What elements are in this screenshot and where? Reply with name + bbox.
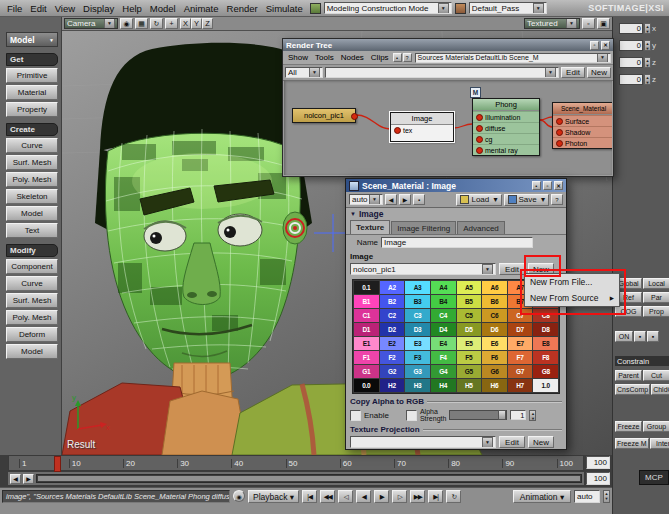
axis-toggle-button[interactable]: X <box>180 18 191 29</box>
spinner-icon[interactable] <box>644 74 651 85</box>
constrain-button[interactable]: ChldComp <box>651 384 669 395</box>
auto-key-field[interactable]: auto <box>574 490 600 503</box>
transform-option-button[interactable]: Prop <box>643 306 669 317</box>
pin-icon[interactable]: ▪ <box>532 181 541 190</box>
spinner-icon[interactable] <box>644 57 651 68</box>
playback-options-icon[interactable]: ◉ <box>233 490 245 502</box>
render-tree-menu[interactable]: Show <box>285 53 311 62</box>
axis-toggle-button[interactable]: Y <box>191 18 202 29</box>
render-tree-menu[interactable]: Nodes <box>338 53 367 62</box>
prev-keyframe-button[interactable]: ◀◀ <box>320 490 335 503</box>
tab-image-filtering[interactable]: Image Filtering <box>391 221 456 234</box>
display-mode-select[interactable]: Textured <box>524 18 580 29</box>
new-button[interactable]: New <box>587 67 611 78</box>
panel-button[interactable]: Curve <box>6 276 58 291</box>
maximize-viewport-icon[interactable]: ▣ <box>597 18 610 29</box>
timeline-ruler[interactable]: 1102030405060708090100 <box>8 455 584 471</box>
node-phong[interactable]: Phong Illuminationdiffusecgmental ray <box>472 98 540 156</box>
animation-menu-button[interactable]: Animation ▾ <box>513 490 571 503</box>
enable-checkbox[interactable] <box>350 410 361 421</box>
panel-button[interactable]: Poly. Mesh <box>6 172 58 187</box>
edit-button[interactable]: Freeze M <box>615 438 649 449</box>
render-tree-path-select[interactable]: Sources Materials DefaultLib Scene_M <box>415 53 611 63</box>
menu-item-new-from-file[interactable]: New From File... <box>525 274 619 290</box>
minimize-icon[interactable]: ▫ <box>543 181 552 190</box>
node-nolcon-pic1[interactable]: nolcon_pic1 <box>292 108 356 123</box>
panel-button[interactable]: Poly. Mesh <box>6 310 58 325</box>
viewport-camera-select[interactable]: Camera <box>64 18 118 29</box>
render-tree-titlebar[interactable]: Render Tree ▫ ✕ <box>283 39 613 51</box>
alpha-strength-input[interactable]: 1 <box>510 410 526 420</box>
go-last-frame-button[interactable]: ▶| <box>428 490 443 503</box>
panel-button[interactable]: Primitive <box>6 68 58 83</box>
spinner-icon[interactable] <box>603 490 610 503</box>
snap-option-button[interactable]: ▪ <box>647 331 659 342</box>
texture-projection-select[interactable] <box>350 436 496 448</box>
menu-item-new-from-source[interactable]: New From Source <box>525 290 619 306</box>
timeline-playhead[interactable] <box>54 456 61 472</box>
back-icon[interactable]: ◀ <box>385 194 397 205</box>
render-tree-shader-select[interactable] <box>325 67 559 78</box>
mcp-switch-button[interactable]: MCP <box>639 470 669 485</box>
panel-button[interactable]: Curve <box>6 138 58 153</box>
edit-button[interactable]: Edit <box>561 67 585 78</box>
edit-button[interactable]: Freeze <box>615 421 642 432</box>
transform-value-input[interactable]: 0 <box>619 74 643 85</box>
loop-button[interactable]: ↻ <box>446 490 461 503</box>
load-preset-button[interactable]: Load ▾ <box>456 194 501 206</box>
transform-option-button[interactable]: COG <box>615 306 642 317</box>
snap-on-button[interactable]: ON <box>615 331 633 342</box>
menu-item[interactable]: Help <box>118 2 146 15</box>
save-preset-button[interactable]: Save ▾ <box>504 194 549 206</box>
render-tree-graph[interactable]: nolcon_pic1 Image tex M Phong Illuminati… <box>284 80 612 175</box>
edit-button[interactable]: Group <box>643 421 669 432</box>
edit-button[interactable]: Edit <box>499 436 525 448</box>
panel-button[interactable]: Model <box>6 344 58 359</box>
update-mode-select[interactable]: auto <box>349 194 383 205</box>
panel-button[interactable]: Surf. Mesh <box>6 155 58 170</box>
constrain-button[interactable]: Cut <box>643 370 669 381</box>
construction-mode-select[interactable]: Modeling Construction Mode <box>324 2 452 14</box>
snap-option-button[interactable]: ▪ <box>634 331 646 342</box>
minimize-icon[interactable]: ▫ <box>590 41 599 50</box>
axis-toggle-button[interactable]: Z <box>202 18 213 29</box>
menu-item[interactable]: View <box>51 2 79 15</box>
tab-advanced[interactable]: Advanced <box>457 221 505 234</box>
panel-button[interactable]: Property <box>6 102 58 117</box>
module-selector[interactable]: Model <box>6 32 58 47</box>
render-tree-menu[interactable]: Clips <box>368 53 392 62</box>
menu-item[interactable]: Simulate <box>262 2 307 15</box>
menu-item[interactable]: File <box>3 2 26 15</box>
panel-button[interactable]: Model <box>6 206 58 221</box>
alpha-connect-checkbox[interactable] <box>406 410 417 421</box>
next-keyframe-button[interactable]: ▶▶ <box>410 490 425 503</box>
menu-item[interactable]: Edit <box>26 2 50 15</box>
texture-projection-section-header[interactable]: Texture Projection <box>346 424 566 434</box>
node-scene-material[interactable]: Scene_Material SurfaceShadowPhoton <box>552 102 612 149</box>
edit-button[interactable]: Edit <box>499 263 525 275</box>
lock-icon[interactable]: ▪ <box>413 194 425 205</box>
panel-button[interactable]: Material <box>6 85 58 100</box>
spinner-icon[interactable] <box>644 23 651 34</box>
eye-icon[interactable]: ◉ <box>120 18 133 29</box>
panel-button[interactable]: Skeleton <box>6 189 58 204</box>
name-input[interactable]: Image <box>381 237 533 248</box>
close-icon[interactable]: ✕ <box>554 181 563 190</box>
forward-icon[interactable]: ▶ <box>399 194 411 205</box>
constrain-button[interactable]: CnsComp <box>615 384 650 395</box>
step-forward-button[interactable]: ▷ <box>392 490 407 503</box>
play-backward-button[interactable]: ◀ <box>356 490 371 503</box>
menu-item[interactable]: Render <box>223 2 262 15</box>
range-right-icon[interactable]: ▶ <box>23 474 34 484</box>
transform-value-input[interactable]: 0 <box>619 40 643 51</box>
range-left-icon[interactable]: ◀ <box>10 474 21 484</box>
slider-thumb[interactable] <box>498 410 506 420</box>
playback-menu-button[interactable]: Playback ▾ <box>248 490 299 503</box>
go-first-frame-button[interactable]: |◀ <box>302 490 317 503</box>
help-icon[interactable]: ? <box>403 53 412 62</box>
panel-button[interactable]: Deform <box>6 327 58 342</box>
image-source-select[interactable]: nolcon_pic1 <box>350 263 496 275</box>
panel-button[interactable]: Component <box>6 259 58 274</box>
help-icon[interactable]: ? <box>551 194 563 205</box>
step-back-button[interactable]: ◁ <box>338 490 353 503</box>
